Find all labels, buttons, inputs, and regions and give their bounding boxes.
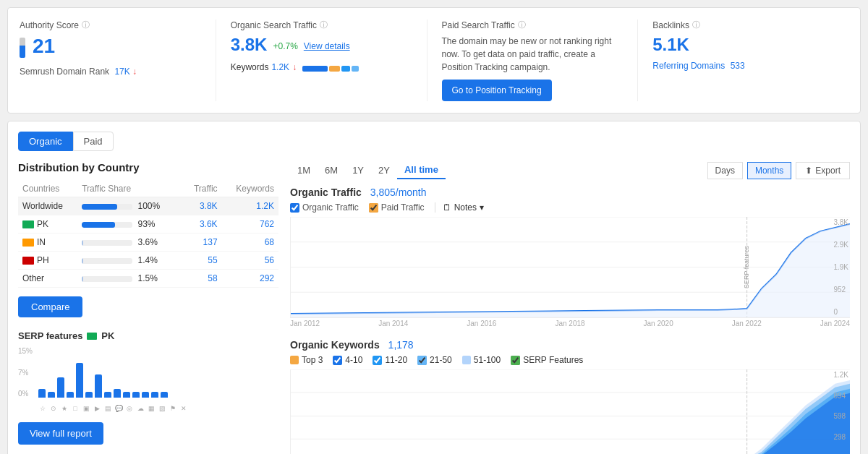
col-countries: Countries	[18, 181, 77, 197]
go-to-position-tracking-button[interactable]: Go to Position Tracking	[442, 80, 552, 101]
paid-traffic-checkbox[interactable]	[369, 203, 378, 213]
serp-bar	[132, 392, 140, 398]
organic-traffic-box: Organic Search Traffic ⓘ 3.8K +0.7% View…	[216, 20, 427, 101]
authority-score-label: Authority Score ⓘ	[20, 20, 201, 30]
serp-country: PK	[101, 330, 114, 341]
compare-button[interactable]: Compare	[18, 296, 82, 317]
serp-bar	[85, 392, 93, 398]
col-traffic: Traffic	[183, 181, 222, 197]
organic-x-labels: Jan 2012 Jan 2014 Jan 2016 Jan 2018 Jan …	[290, 320, 850, 327]
in-flag	[22, 239, 34, 247]
organic-chart-area: SERP features 3.8K 2.9K 1.9K 952 0	[290, 217, 850, 318]
serp-icon: 💬	[114, 405, 123, 412]
backlinks-value: 5.1K	[652, 35, 834, 55]
tab-organic[interactable]: Organic	[18, 132, 73, 151]
serp-icon: □	[71, 405, 80, 412]
serp-icon: ☁	[136, 405, 145, 412]
serp-icon: ☆	[38, 405, 47, 412]
keywords-chart-section: Organic Keywords 1,178 Top 3 4-10 11-20 …	[290, 339, 850, 454]
serp-bar	[76, 363, 83, 398]
keywords-chart-area: 1.2K 894 598 298 0	[290, 369, 850, 454]
serp-icon: ▦	[147, 405, 156, 412]
organic-chart-wrapper: SERP features 3.8K 2.9K 1.9K 952 0	[290, 217, 850, 327]
serp-bars	[38, 347, 278, 398]
time-tab-1m[interactable]: 1M	[290, 161, 318, 179]
main-tabs: Organic Paid	[18, 132, 850, 151]
serp-icon: ▣	[82, 405, 90, 412]
organic-info-icon[interactable]: ⓘ	[320, 20, 328, 30]
table-row: Worldwide 100% 3.8K 1.2K	[18, 197, 278, 215]
organic-traffic-svg: SERP features	[291, 217, 850, 317]
authority-score-value: 21	[33, 35, 55, 58]
view-details-link[interactable]: View details	[304, 41, 350, 51]
paid-traffic-box: Paid Search Traffic ⓘ The domain may be …	[427, 20, 639, 101]
organic-chart-legend: Organic Traffic Paid Traffic 🗒 Notes ▾	[290, 202, 850, 213]
serp-bar	[67, 392, 74, 398]
left-panel: Distribution by Country Countries Traffi…	[18, 161, 278, 454]
serp-bar	[142, 392, 149, 398]
time-tab-all-time[interactable]: All time	[397, 161, 446, 179]
paid-description: The domain may be new or not ranking rig…	[442, 35, 624, 74]
table-row: Other 1.5% 58 292	[18, 270, 278, 288]
referring-domains: Referring Domains 533	[652, 61, 834, 71]
serp-bar	[104, 392, 111, 398]
serp-icon: ▤	[103, 405, 112, 412]
backlinks-box: Backlinks ⓘ 5.1K Referring Domains 533	[638, 20, 848, 101]
view-full-report-button[interactable]: View full report	[18, 422, 103, 445]
serp-bar	[57, 377, 64, 398]
svg-marker-7	[291, 224, 850, 317]
paid-info-icon[interactable]: ⓘ	[518, 20, 526, 30]
serp-bar	[123, 392, 130, 398]
serp-icon: ⚑	[169, 405, 177, 412]
serp-chart: 15% 7% 0% ☆⊙★□▣▶▤💬◎☁▦▧⚑✕	[18, 347, 278, 412]
organic-change: +0.7%	[273, 41, 297, 51]
tab-paid[interactable]: Paid	[73, 132, 114, 151]
serp-bar	[114, 389, 121, 398]
table-row: IN 3.6% 137 68	[18, 234, 278, 252]
table-row: PH 1.4% 55 56	[18, 252, 278, 270]
svg-marker-48	[291, 384, 850, 454]
days-toggle[interactable]: Days	[707, 162, 743, 179]
time-controls: 1M6M1Y2YAll time Days Months ⬆ Export	[290, 161, 850, 179]
backlinks-info-icon[interactable]: ⓘ	[692, 20, 700, 30]
authority-sub: Semrush Domain Rank 17K ↓	[20, 67, 201, 77]
keywords-chart-wrapper: 1.2K 894 598 298 0 Jan 2012 Jan 2014 Jan…	[290, 369, 850, 454]
view-toggle: Days Months ⬆ Export	[707, 162, 850, 179]
serp-icon: ▧	[158, 405, 166, 412]
keywords-y-labels: 1.2K 894 598 298 0	[832, 369, 850, 454]
right-panel: 1M6M1Y2YAll time Days Months ⬆ Export Or…	[290, 161, 850, 454]
serp-features-section: SERP features PK 15% 7% 0%	[18, 330, 278, 445]
serp-icon: ▶	[93, 405, 101, 412]
organic-chart-title: Organic Traffic 3,805/month	[290, 187, 850, 198]
serp-icon: ◎	[125, 405, 134, 412]
authority-score-box: Authority Score ⓘ 21 Semrush Domain Rank…	[20, 20, 216, 101]
organic-y-labels: 3.8K 2.9K 1.9K 952 0	[832, 217, 850, 317]
export-button[interactable]: ⬆ Export	[796, 162, 850, 179]
authority-bar-icon	[20, 38, 25, 58]
table-row: PK 93% 3.6K 762	[18, 215, 278, 234]
serp-icon: ✕	[179, 405, 188, 412]
top-metrics-panel: Authority Score ⓘ 21 Semrush Domain Rank…	[7, 7, 861, 113]
svg-text:SERP features: SERP features	[743, 246, 750, 288]
keywords-chart-title: Organic Keywords 1,178	[290, 339, 850, 351]
serp-icon: ★	[60, 405, 69, 412]
serp-y-labels: 15% 7% 0%	[18, 347, 38, 398]
serp-bar	[161, 392, 168, 398]
authority-info-icon[interactable]: ⓘ	[82, 20, 90, 30]
pk-flag-icon	[87, 333, 97, 340]
time-tab-6m[interactable]: 6M	[318, 161, 345, 179]
time-tab-1y[interactable]: 1Y	[345, 161, 371, 179]
serp-bar	[38, 389, 46, 398]
col-keywords: Keywords	[222, 181, 278, 197]
months-toggle[interactable]: Months	[747, 162, 791, 179]
organic-chart-value: 3,805/month	[370, 187, 427, 198]
organic-traffic-checkbox[interactable]	[290, 203, 299, 213]
time-tab-2y[interactable]: 2Y	[371, 161, 397, 179]
serp-bar	[95, 374, 102, 398]
keywords-legend: Top 3 4-10 11-20 21-50 51-100 SERP Featu…	[290, 355, 850, 365]
keywords-chart-value: 1,178	[388, 339, 414, 351]
serp-bar	[151, 392, 158, 398]
country-table: Countries Traffic Share Traffic Keywords…	[18, 181, 278, 288]
distribution-title: Distribution by Country	[18, 161, 278, 174]
keywords-row: Keywords 1.2K ↓	[231, 62, 412, 72]
